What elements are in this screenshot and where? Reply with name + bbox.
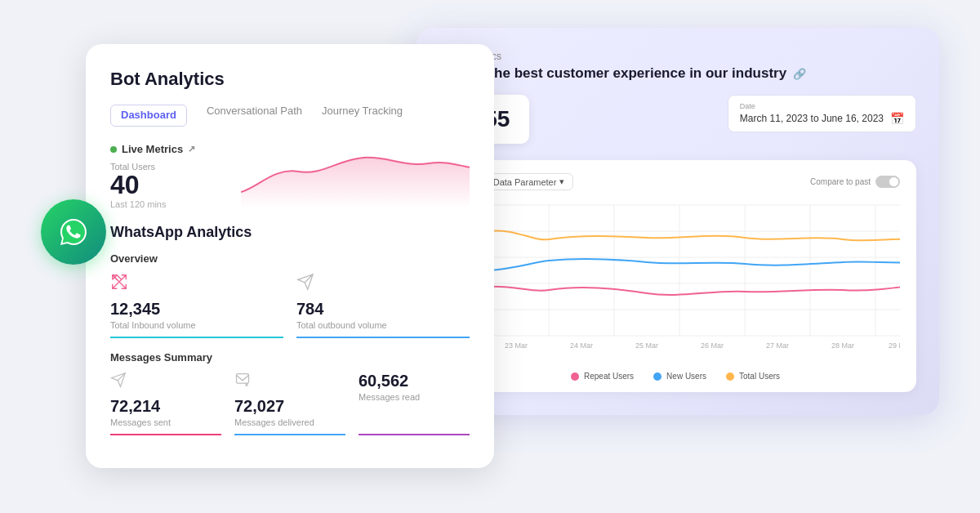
goal-title: Deliver the best customer experience in … xyxy=(439,65,806,82)
svg-text:27 Mar: 27 Mar xyxy=(766,341,789,350)
data-param-select[interactable]: Data Parameter ▾ xyxy=(484,173,574,190)
tab-conversational-path[interactable]: Conversational Path xyxy=(207,105,302,127)
repeat-users-dot xyxy=(571,372,579,381)
outbound-icon xyxy=(296,273,470,295)
delivered-metric: 72,027 Messages delivered xyxy=(234,372,345,435)
svg-rect-3 xyxy=(237,374,249,384)
bot-analytics-card: Bot Analytics Dashboard Conversational P… xyxy=(86,44,494,468)
svg-text:23 Mar: 23 Mar xyxy=(505,341,528,350)
chart-container: Users ℹ Data Parameter ▾ Compare to past… xyxy=(439,160,916,392)
tab-journey-tracking[interactable]: Journey Tracking xyxy=(322,105,403,127)
new-users-dot xyxy=(653,372,662,381)
inbound-icon xyxy=(110,273,283,295)
live-dot xyxy=(110,146,117,153)
bot-analytics-title: Bot Analytics xyxy=(110,69,470,90)
link-icon[interactable]: 🔗 xyxy=(793,68,806,80)
read-metric: 60,562 Messages read xyxy=(359,372,470,435)
svg-text:26 Mar: 26 Mar xyxy=(701,341,724,350)
svg-text:29 Mar: 29 Mar xyxy=(889,341,900,350)
whatsapp-analytics-title: WhatsApp Analytics xyxy=(110,224,470,241)
sent-metric: 72,214 Messages sent xyxy=(110,372,221,435)
read-value: 60,562 xyxy=(359,372,470,390)
date-picker-label: Date xyxy=(740,102,904,110)
line-chart: No. of sessions xyxy=(451,197,900,364)
outbound-metric: 784 Total outbound volume xyxy=(296,273,470,338)
last-mins-label: Last 120 mins xyxy=(110,199,241,209)
tab-dashboard[interactable]: Dashboard xyxy=(110,105,187,127)
sent-label: Messages sent xyxy=(110,417,221,427)
date-picker[interactable]: Date March 11, 2023 to June 16, 2023 📅 xyxy=(728,95,916,132)
legend-repeat-users: Repeat Users xyxy=(571,372,634,381)
number-row: 2455 Date March 11, 2023 to June 16, 202… xyxy=(439,95,916,154)
messages-summary-label: Messages Summary xyxy=(110,351,470,364)
live-metrics-row: Live Metrics ↗ Total Users 40 Last 120 m… xyxy=(110,143,470,209)
chart-legend: Repeat Users New Users Total Users xyxy=(451,372,900,381)
svg-text:28 Mar: 28 Mar xyxy=(831,341,854,350)
chart-header: Users ℹ Data Parameter ▾ Compare to past xyxy=(451,173,900,190)
goal-section-label: Goal Analytics xyxy=(439,51,806,62)
read-label: Messages read xyxy=(359,392,470,402)
inbound-value: 12,345 xyxy=(110,300,283,319)
tabs-row: Dashboard Conversational Path Journey Tr… xyxy=(110,105,470,127)
total-users-value: 40 xyxy=(110,172,241,198)
sparkline-chart xyxy=(241,143,470,208)
outbound-label: Total outbound volume xyxy=(296,320,470,330)
sent-icon xyxy=(110,372,221,392)
delivered-value: 72,027 xyxy=(234,397,345,416)
live-metrics-label: Live Metrics ↗ xyxy=(110,143,241,155)
chevron-down-icon: ▾ xyxy=(559,176,564,187)
overview-label: Overview xyxy=(110,252,470,265)
messages-metrics: 72,214 Messages sent 72,027 Messages del… xyxy=(110,372,470,435)
legend-total-users: Total Users xyxy=(726,372,780,381)
compare-toggle: Compare to past xyxy=(810,176,900,188)
compare-toggle-pill[interactable] xyxy=(875,176,900,188)
delivered-label: Messages delivered xyxy=(234,417,345,427)
legend-new-users: New Users xyxy=(653,372,706,381)
total-users-dot xyxy=(726,372,734,381)
outbound-value: 784 xyxy=(296,300,470,319)
date-picker-value: March 11, 2023 to June 16, 2023 📅 xyxy=(740,112,904,125)
delivered-icon xyxy=(234,372,345,392)
inbound-label: Total Inbound volume xyxy=(110,320,283,330)
inbound-metric: 12,345 Total Inbound volume xyxy=(110,273,283,338)
external-link-icon[interactable]: ↗ xyxy=(188,144,195,154)
overview-metrics: 12,345 Total Inbound volume 784 Total ou… xyxy=(110,273,470,338)
goal-analytics-card: Goal Analytics Deliver the best customer… xyxy=(416,28,939,415)
sent-value: 72,214 xyxy=(110,397,221,416)
goal-top-row: Goal Analytics Deliver the best customer… xyxy=(439,51,916,82)
calendar-icon[interactable]: 📅 xyxy=(890,112,904,125)
svg-text:25 Mar: 25 Mar xyxy=(635,341,658,350)
svg-text:24 Mar: 24 Mar xyxy=(570,341,593,350)
whatsapp-icon xyxy=(41,199,106,265)
